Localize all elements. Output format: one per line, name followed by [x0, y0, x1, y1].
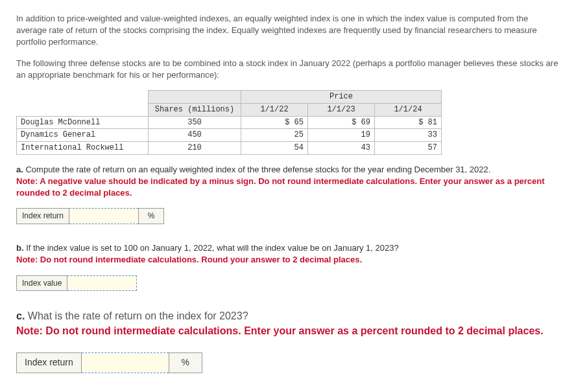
stock-data-table: Price Shares (millions) 1/1/22 1/1/23 1/…	[16, 90, 442, 155]
question-c-note: Note: Do not round intermediate calculat…	[16, 325, 544, 336]
percent-unit: %	[139, 209, 164, 224]
question-a-note: Note: A negative value should be indicat…	[16, 176, 545, 198]
question-a: a. Compute the rate of return on an equa…	[16, 164, 560, 200]
answer-c-label: Index return	[17, 353, 82, 373]
question-b-note: Note: Do not round intermediate calculat…	[16, 255, 362, 264]
price-header: Price	[241, 90, 442, 103]
answer-a-label: Index return	[17, 209, 69, 224]
table-row: Douglas McDonnell 350 $ 65 $ 69 $ 81	[17, 116, 442, 129]
intro-paragraph-1: In addition to price-weighted and value-…	[16, 13, 560, 49]
percent-unit: %	[169, 353, 202, 373]
intro-paragraph-2: The following three defense stocks are t…	[16, 58, 560, 81]
question-c: c. What is the rate of return on the ind…	[16, 309, 560, 373]
shares-header: Shares (millions)	[149, 103, 241, 116]
index-value-b-input[interactable]	[67, 275, 137, 291]
index-return-a-input[interactable]	[69, 209, 139, 224]
date-2-header: 1/1/23	[308, 103, 375, 116]
question-b: b. If the index value is set to 100 on J…	[16, 242, 560, 266]
answer-a-row: Index return %	[16, 208, 560, 224]
answer-b-label: Index value	[17, 275, 67, 291]
date-1-header: 1/1/22	[241, 103, 308, 116]
answer-c-row: Index return %	[16, 352, 560, 373]
answer-b-row: Index value	[16, 275, 560, 292]
date-3-header: 1/1/24	[375, 103, 442, 116]
index-return-c-input[interactable]	[81, 353, 169, 373]
table-row: International Rockwell 210 54 43 57	[17, 142, 442, 155]
table-row: Dynamics General 450 25 19 33	[17, 129, 442, 142]
